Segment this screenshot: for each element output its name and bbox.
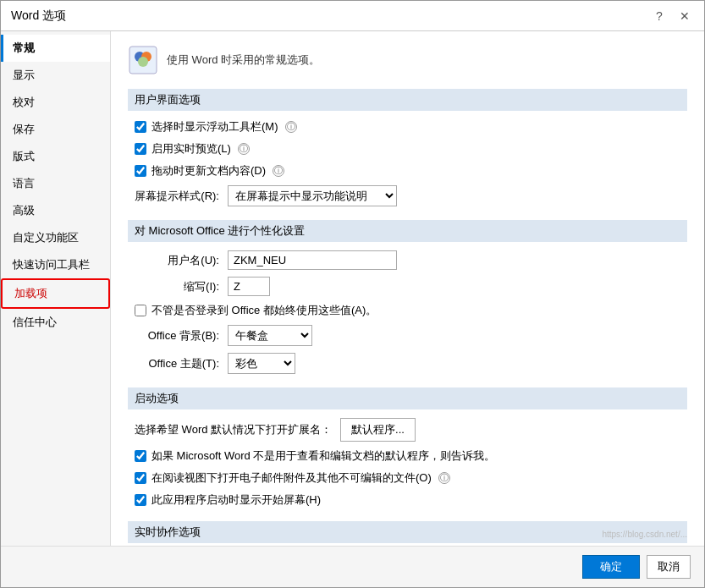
header-description: 使用 Word 时采用的常规选项。: [167, 52, 320, 68]
ok-button[interactable]: 确定: [582, 555, 640, 579]
sidebar-item-format[interactable]: 版式: [1, 143, 110, 170]
default-program-button[interactable]: 默认程序...: [340, 418, 416, 442]
sidebar-item-quickaccess[interactable]: 快速访问工具栏: [1, 251, 110, 278]
option-notify-not-default: 如果 Microsoft Word 不是用于查看和编辑文档的默认程序，则告诉我。: [128, 448, 687, 464]
label-notify-not-default: 如果 Microsoft Word 不是用于查看和编辑文档的默认程序，则告诉我。: [151, 448, 495, 464]
label-open-email: 在阅读视图下打开电子邮件附件及其他不可编辑的文件(O): [151, 470, 432, 486]
sidebar-item-addins[interactable]: 加载项: [1, 278, 110, 309]
info-icon-update-drag[interactable]: ⓘ: [273, 165, 284, 177]
content-header: 使用 Word 时采用的常规选项。: [128, 45, 687, 75]
watermark: https://blog.csdn.net/...: [602, 530, 687, 539]
tooltip-style-row: 屏幕提示样式(R): 在屏幕提示中显示功能说明 不在屏幕提示中显示功能说明 不显…: [128, 185, 687, 206]
sidebar-item-language[interactable]: 语言: [1, 170, 110, 197]
option-show-start-screen: 此应用程序启动时显示开始屏幕(H): [128, 492, 687, 508]
sidebar: 常规 显示 校对 保存 版式 语言 高级 自定义功能区 快速访问工具栏 加载项 …: [1, 31, 111, 546]
section-startup: 启动选项 选择希望 Word 默认情况下打开扩展名： 默认程序... 如果 Mi…: [128, 387, 687, 508]
username-row: 用户名(U):: [128, 250, 687, 270]
office-theme-label: Office 主题(T):: [135, 356, 219, 371]
option-always-use-values: 不管是否登录到 Office 都始终使用这些值(A)。: [128, 303, 687, 318]
sidebar-item-save[interactable]: 保存: [1, 116, 110, 143]
option-floating-toolbar: 选择时显示浮动工具栏(M) ⓘ: [128, 119, 687, 135]
tooltip-style-label: 屏幕提示样式(R):: [135, 189, 219, 204]
sidebar-item-trust[interactable]: 信任中心: [1, 309, 110, 336]
section-personalize: 对 Microsoft Office 进行个性化设置 用户名(U): 缩写(I)…: [128, 220, 687, 374]
sidebar-item-display[interactable]: 显示: [1, 62, 110, 89]
checkbox-floating-toolbar[interactable]: [135, 121, 146, 133]
dialog-title: Word 选项: [11, 8, 66, 24]
dialog-footer: 确定 取消: [1, 546, 704, 587]
title-bar-buttons: ? ✕: [650, 7, 694, 25]
office-theme-row: Office 主题(T): 彩色 深灰色 白色: [128, 353, 687, 374]
checkbox-live-preview[interactable]: [135, 143, 146, 155]
content-area: 使用 Word 时采用的常规选项。 用户界面选项 选择时显示浮动工具栏(M) ⓘ…: [111, 31, 704, 546]
personalize-title: 对 Microsoft Office 进行个性化设置: [128, 220, 687, 242]
option-live-preview: 启用实时预览(L) ⓘ: [128, 141, 687, 157]
office-bg-row: Office 背景(B): 午餐盒 无背景 春天: [128, 325, 687, 346]
header-icon: [128, 45, 158, 75]
info-icon-open-email[interactable]: ⓘ: [438, 472, 450, 484]
section-ui-options: 用户界面选项 选择时显示浮动工具栏(M) ⓘ 启用实时预览(L) ⓘ 拖动时更新…: [128, 89, 687, 206]
info-icon-floating-toolbar[interactable]: ⓘ: [285, 121, 297, 133]
startup-title: 启动选项: [128, 387, 687, 409]
close-button[interactable]: ✕: [675, 7, 694, 25]
cancel-button[interactable]: 取消: [647, 555, 691, 579]
abbrev-label: 缩写(I):: [135, 279, 219, 294]
username-label: 用户名(U):: [135, 253, 219, 268]
office-theme-select[interactable]: 彩色 深灰色 白色: [228, 353, 295, 374]
dialog-body: 常规 显示 校对 保存 版式 语言 高级 自定义功能区 快速访问工具栏 加载项 …: [1, 31, 704, 546]
username-input[interactable]: [228, 250, 397, 270]
ui-options-title: 用户界面选项: [128, 89, 687, 111]
default-program-label: 选择希望 Word 默认情况下打开扩展名：: [135, 422, 332, 437]
sidebar-item-proofing[interactable]: 校对: [1, 89, 110, 116]
word-options-dialog: Word 选项 ? ✕ 常规 显示 校对 保存 版式 语言 高级 自定义功能区 …: [0, 0, 705, 588]
sidebar-item-customize[interactable]: 自定义功能区: [1, 224, 110, 251]
abbrev-input[interactable]: [228, 277, 270, 296]
option-open-email-attachments: 在阅读视图下打开电子邮件附件及其他不可编辑的文件(O) ⓘ: [128, 470, 687, 486]
label-live-preview: 启用实时预览(L): [151, 141, 231, 157]
label-update-drag: 拖动时更新文档内容(D): [151, 163, 266, 179]
sidebar-item-general[interactable]: 常规: [1, 35, 110, 62]
default-program-row: 选择希望 Word 默认情况下打开扩展名： 默认程序...: [128, 418, 687, 442]
office-bg-label: Office 背景(B):: [135, 328, 219, 343]
office-bg-select[interactable]: 午餐盒 无背景 春天: [228, 325, 312, 346]
help-button[interactable]: ?: [650, 7, 669, 25]
checkbox-start-screen[interactable]: [135, 494, 146, 506]
label-always-use: 不管是否登录到 Office 都始终使用这些值(A)。: [151, 303, 377, 318]
checkbox-notify-not-default[interactable]: [135, 450, 146, 462]
title-bar: Word 选项 ? ✕: [1, 1, 704, 31]
checkbox-update-drag[interactable]: [135, 165, 146, 177]
checkbox-open-email[interactable]: [135, 472, 146, 484]
abbrev-row: 缩写(I):: [128, 277, 687, 296]
checkbox-always-use[interactable]: [135, 305, 146, 316]
option-update-drag: 拖动时更新文档内容(D) ⓘ: [128, 163, 687, 179]
svg-point-3: [138, 57, 148, 67]
label-start-screen: 此应用程序启动时显示开始屏幕(H): [151, 492, 321, 508]
info-icon-live-preview[interactable]: ⓘ: [238, 143, 250, 155]
tooltip-style-select[interactable]: 在屏幕提示中显示功能说明 不在屏幕提示中显示功能说明 不显示屏幕提示: [228, 185, 397, 206]
sidebar-item-advanced[interactable]: 高级: [1, 197, 110, 224]
label-floating-toolbar: 选择时显示浮动工具栏(M): [151, 119, 278, 135]
